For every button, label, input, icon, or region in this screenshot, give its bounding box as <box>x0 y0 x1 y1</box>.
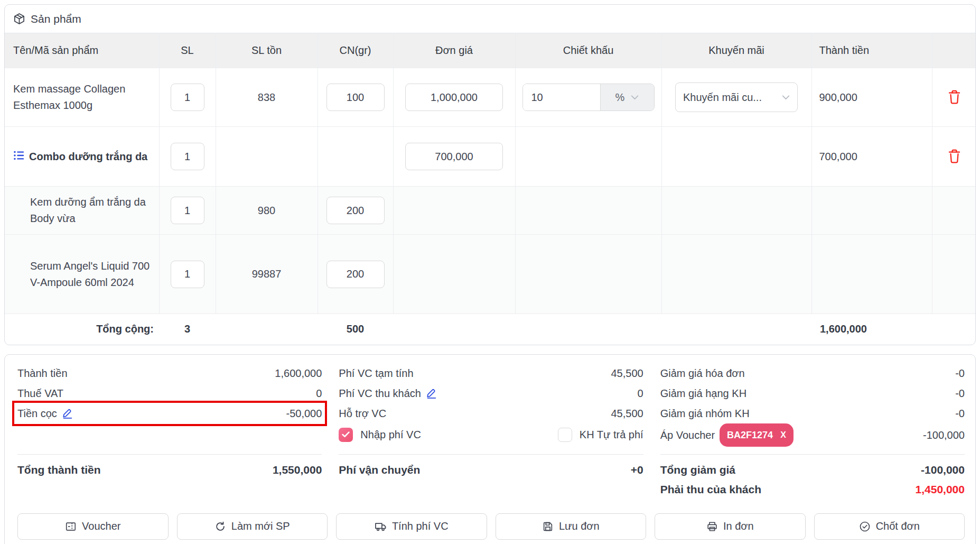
group-discount-value: -0 <box>955 403 965 423</box>
weight-input[interactable] <box>326 84 385 111</box>
stock-value: 838 <box>216 68 318 127</box>
discount-input-group: % <box>522 84 655 111</box>
total-discount-label: Tổng giảm giá <box>660 460 735 480</box>
ship-fee-estimate-label: Phí VC tạm tính <box>339 363 413 383</box>
shipping-total-label: Phí vận chuyển <box>339 460 420 480</box>
table-header-row: Tên/Mã sản phẩm SL SL tồn CN(gr) Đơn giá… <box>5 33 976 68</box>
grand-subtotal-value: 1,550,000 <box>273 460 322 480</box>
checkbox-label: KH Tự trả phí <box>580 429 643 441</box>
total-discount-row: Tổng giảm giá -100,000 <box>660 460 965 480</box>
qty-input[interactable] <box>171 143 204 170</box>
delete-row-button[interactable] <box>945 87 964 108</box>
actions-bar: Voucher Làm mới SP Tính phí VC Lưu đơn I… <box>17 513 965 540</box>
trash-icon <box>947 89 962 105</box>
products-panel-header: Sản phẩm <box>5 5 975 33</box>
child-product-name: Kem dưỡng ẩm trắng da Body vừa <box>5 187 159 235</box>
promo-select[interactable]: Khuyến mãi cu... <box>675 82 798 112</box>
vat-value: 0 <box>316 383 322 403</box>
voucher-value: -100,000 <box>923 425 965 445</box>
package-icon <box>13 13 25 25</box>
table-total-row: Tổng cộng: 3 500 1,600,000 <box>5 314 976 345</box>
checkbox-checked[interactable] <box>339 428 353 442</box>
summary-row: Thành tiền 1,600,000 <box>17 363 322 383</box>
check-circle-icon <box>859 521 871 532</box>
chevron-down-icon <box>782 95 790 100</box>
grand-subtotal-label: Tổng thành tiền <box>17 460 100 480</box>
save-order-button[interactable]: Lưu đơn <box>496 513 647 540</box>
voucher-icon <box>65 521 77 532</box>
weight-input[interactable] <box>326 197 385 224</box>
summary-row: Hỗ trợ VC 45,500 <box>339 403 643 423</box>
total-weight: 500 <box>318 314 393 345</box>
summary-row: Giảm giá hạng KH -0 <box>660 383 965 403</box>
calc-shipping-button[interactable]: Tính phí VC <box>336 513 487 540</box>
save-icon <box>542 521 554 532</box>
table-row-child: Kem dưỡng ẩm trắng da Body vừa 980 <box>5 187 976 235</box>
summary-col-discounts: Giảm giá hóa đơn -0 Giảm giá hạng KH -0 … <box>660 363 965 500</box>
col-header-discount: Chiết khấu <box>515 33 661 68</box>
row-amount: 900,000 <box>811 68 932 127</box>
trash-icon <box>947 148 962 164</box>
deposit-label: Tiền cọc <box>17 403 57 423</box>
promo-select-value: Khuyến mãi cu... <box>683 91 762 104</box>
voucher-button[interactable]: Voucher <box>17 513 169 540</box>
amount-due-row: Phải thu của khách 1,450,000 <box>660 480 965 499</box>
price-input[interactable] <box>405 143 503 170</box>
confirm-order-button[interactable]: Chốt đơn <box>814 513 965 540</box>
qty-input[interactable] <box>171 84 204 111</box>
summary-row: Giảm giá hóa đơn -0 <box>660 363 965 383</box>
ship-fee-estimate-value: 45,500 <box>611 363 643 383</box>
summary-row: Phí VC tạm tính 45,500 <box>339 363 643 383</box>
qty-input[interactable] <box>171 261 204 288</box>
total-qty: 3 <box>159 314 216 345</box>
order-summary-panel: Thành tiền 1,600,000 Thuế VAT 0 Tiền cọc <box>4 354 976 544</box>
deposit-value: -50,000 <box>286 403 322 423</box>
delete-row-button[interactable] <box>945 146 964 168</box>
combo-name: Combo dưỡng trắng da <box>29 151 147 162</box>
col-header-amount: Thành tiền <box>811 33 932 68</box>
qty-input[interactable] <box>171 197 204 224</box>
summary-row: Phí VC thu khách 0 <box>339 383 643 403</box>
table-row-child: Serum Angel's Liquid 700 V-Ampoule 60ml … <box>5 235 976 314</box>
total-discount-value: -100,000 <box>921 460 965 480</box>
group-discount-label: Giảm giá nhóm KH <box>660 403 750 423</box>
checkbox-unchecked[interactable] <box>558 428 572 442</box>
col-header-stock: SL tồn <box>216 33 318 68</box>
child-product-name: Serum Angel's Liquid 700 V-Ampoule 60ml … <box>5 235 159 314</box>
col-header-qty: SL <box>159 33 216 68</box>
tier-discount-label: Giảm giá hạng KH <box>660 383 746 403</box>
refresh-products-button[interactable]: Làm mới SP <box>177 513 328 540</box>
col-header-weight: CN(gr) <box>318 33 393 68</box>
discount-input[interactable] <box>523 84 600 110</box>
summary-col-totals: Thành tiền 1,600,000 Thuế VAT 0 Tiền cọc <box>17 363 322 500</box>
col-header-actions <box>932 33 976 68</box>
products-panel: Sản phẩm Tên/Mã sản phẩm SL SL tồn CN(gr… <box>4 4 976 345</box>
stock-value: 980 <box>216 187 318 235</box>
checkbox-enter-ship-fee: Nhập phí VC <box>339 428 421 442</box>
shipping-total-value: +0 <box>631 460 643 480</box>
print-order-button[interactable]: In đơn <box>655 513 806 540</box>
weight-input[interactable] <box>326 261 385 288</box>
subtotal-label: Thành tiền <box>17 363 68 383</box>
chevron-down-icon <box>631 95 639 100</box>
ship-fee-customer-value: 0 <box>638 383 643 403</box>
product-name: Kem massage Collagen Esthemax 1000g <box>5 68 159 127</box>
edit-deposit-icon[interactable] <box>62 408 73 419</box>
list-icon <box>13 150 25 161</box>
remove-voucher-icon[interactable]: X <box>780 425 786 445</box>
ship-support-label: Hỗ trợ VC <box>339 403 386 423</box>
subtotal-value: 1,600,000 <box>275 363 322 383</box>
edit-ship-fee-icon[interactable] <box>426 388 437 399</box>
ship-support-value: 45,500 <box>611 403 643 423</box>
price-input[interactable] <box>405 84 503 111</box>
voucher-label: Áp Voucher <box>660 425 715 445</box>
refresh-icon <box>214 521 226 532</box>
discount-unit-value: % <box>615 91 625 104</box>
summary-col-shipping: Phí VC tạm tính 45,500 Phí VC thu khách … <box>339 363 643 500</box>
amount-due-label: Phải thu của khách <box>660 480 761 499</box>
total-label: Tổng cộng: <box>5 314 159 345</box>
col-header-promo: Khuyến mãi <box>661 33 811 68</box>
discount-unit-select[interactable]: % <box>600 84 654 110</box>
check-icon <box>342 431 350 438</box>
tier-discount-value: -0 <box>955 383 965 403</box>
